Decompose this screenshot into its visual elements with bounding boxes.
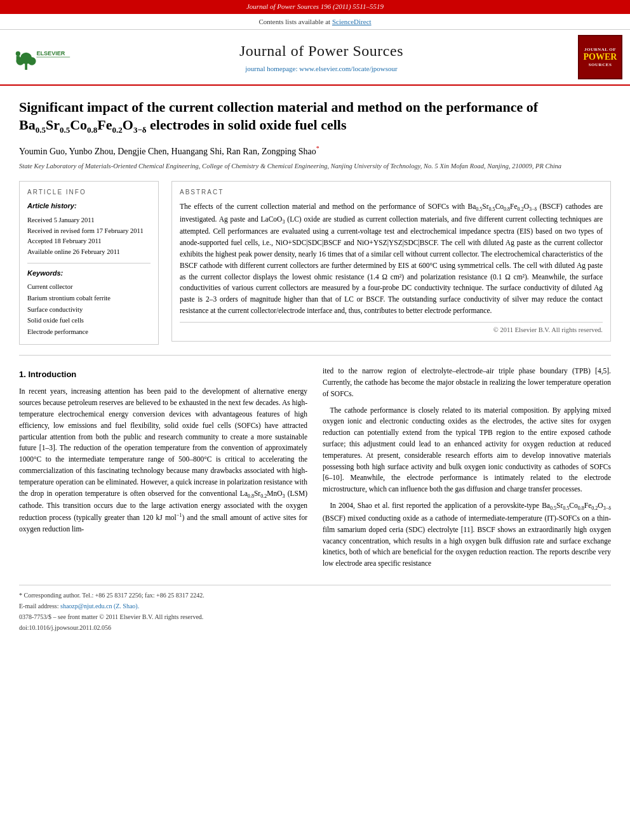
- intro-p3: The cathode performance is closely relat…: [323, 405, 611, 496]
- power-logo-line2: POWER: [584, 52, 617, 62]
- received-date: Received 5 January 2011: [27, 215, 151, 226]
- info-divider: [27, 263, 151, 263]
- revised-date: Received in revised form 17 February 201…: [27, 226, 151, 237]
- journal-title: Journal of Power Sources: [71, 40, 572, 62]
- article-main: Significant impact of the current collec…: [0, 86, 630, 646]
- footer-section: * Corresponding author. Tel.: +86 25 831…: [19, 585, 611, 632]
- journal-header: ELSEVIER Journal of Power Sources journa…: [0, 30, 630, 86]
- affiliation-text: State Key Laboratory of Materials-Orient…: [19, 163, 561, 170]
- body-right-col: ited to the narrow region of electrolyte…: [323, 366, 611, 575]
- article-info-abstract-row: ARTICLE INFO Article history: Received 5…: [19, 181, 611, 345]
- homepage-url: www.elsevier.com/locate/jpowsour: [299, 65, 397, 72]
- keywords-heading: Keywords:: [27, 269, 151, 279]
- body-two-col: 1. Introduction In recent years, increas…: [19, 366, 611, 575]
- sciencedirect-link[interactable]: ScienceDirect: [332, 18, 372, 25]
- svg-point-4: [28, 57, 36, 65]
- article-info-box: ARTICLE INFO Article history: Received 5…: [19, 181, 159, 345]
- keyword-5: Electrode performance: [27, 326, 151, 338]
- power-sources-logo: JOURNAL OF POWER SOURCES: [578, 35, 622, 79]
- keyword-1: Current collector: [27, 281, 151, 293]
- power-logo-line3: SOURCES: [589, 62, 612, 67]
- intro-number: 1.: [19, 370, 26, 379]
- intro-heading: 1. Introduction: [19, 368, 307, 381]
- abstract-text: The effects of the current collection ma…: [180, 201, 603, 317]
- email-label: E-mail address:: [19, 603, 58, 610]
- abstract-label: ABSTRACT: [180, 188, 603, 197]
- intro-title: Introduction: [28, 370, 76, 379]
- elsevier-logo: ELSEVIER: [8, 39, 71, 74]
- svg-point-5: [16, 51, 20, 56]
- footer-doi: doi:10.1016/j.jpowsour.2011.02.056: [19, 623, 611, 632]
- available-date: Available online 26 February 2011: [27, 247, 151, 258]
- article-info-label: ARTICLE INFO: [27, 188, 151, 197]
- authors: Youmin Guo, Yunbo Zhou, Dengjie Chen, Hu…: [19, 144, 611, 158]
- homepage-label: journal homepage:: [245, 65, 297, 72]
- author-names: Youmin Guo, Yunbo Zhou, Dengjie Chen, Hu…: [19, 146, 316, 156]
- intro-p1: In recent years, increasing attention ha…: [19, 386, 307, 535]
- contents-label: Contents lists available at: [258, 18, 332, 25]
- elsevier-logo-svg: ELSEVIER: [8, 39, 71, 74]
- journal-bar: Journal of Power Sources 196 (2011) 5511…: [0, 0, 630, 14]
- abstract-box: ABSTRACT The effects of the current coll…: [171, 181, 611, 342]
- sciencedirect-bar: Contents lists available at ScienceDirec…: [0, 14, 630, 30]
- journal-logo-right: JOURNAL OF POWER SOURCES: [572, 35, 622, 79]
- section-divider: [19, 355, 611, 356]
- keyword-2: Barium strontium cobalt ferrite: [27, 293, 151, 304]
- power-logo-line1: JOURNAL OF: [584, 47, 616, 52]
- corresponding-star: *: [316, 145, 319, 152]
- intro-p4: In 2004, Shao et al. first reported the …: [323, 500, 611, 570]
- keywords-section: Keywords: Current collector Barium stron…: [27, 269, 151, 338]
- svg-text:ELSEVIER: ELSEVIER: [36, 51, 65, 57]
- intro-p2: ited to the narrow region of electrolyte…: [323, 366, 611, 399]
- keywords-list: Current collector Barium strontium cobal…: [27, 281, 151, 338]
- journal-title-center: Journal of Power Sources journal homepag…: [71, 40, 572, 75]
- copyright-line: © 2011 Elsevier B.V. All rights reserved…: [180, 322, 603, 335]
- article-title: Significant impact of the current collec…: [19, 98, 611, 137]
- svg-rect-6: [17, 57, 20, 62]
- footer-corresponding: * Corresponding author. Tel.: +86 25 831…: [19, 590, 611, 600]
- footer-issn: 0378-7753/$ – see front matter © 2011 El…: [19, 612, 611, 622]
- keyword-4: Solid oxide fuel cells: [27, 315, 151, 326]
- affiliation: State Key Laboratory of Materials-Orient…: [19, 162, 611, 171]
- journal-bar-text: Journal of Power Sources 196 (2011) 5511…: [246, 3, 384, 10]
- accepted-date: Accepted 18 February 2011: [27, 236, 151, 247]
- body-left-col: 1. Introduction In recent years, increas…: [19, 366, 307, 575]
- article-history-heading: Article history:: [27, 201, 151, 211]
- email-value: shaozp@njut.edu.cn (Z. Shao).: [60, 603, 139, 610]
- abstract-col: ABSTRACT The effects of the current coll…: [171, 181, 611, 345]
- article-info-col: ARTICLE INFO Article history: Received 5…: [19, 181, 159, 345]
- journal-homepage: journal homepage: www.elsevier.com/locat…: [71, 64, 572, 74]
- keyword-3: Surface conductivity: [27, 304, 151, 316]
- footer-email: E-mail address: shaozp@njut.edu.cn (Z. S…: [19, 601, 611, 611]
